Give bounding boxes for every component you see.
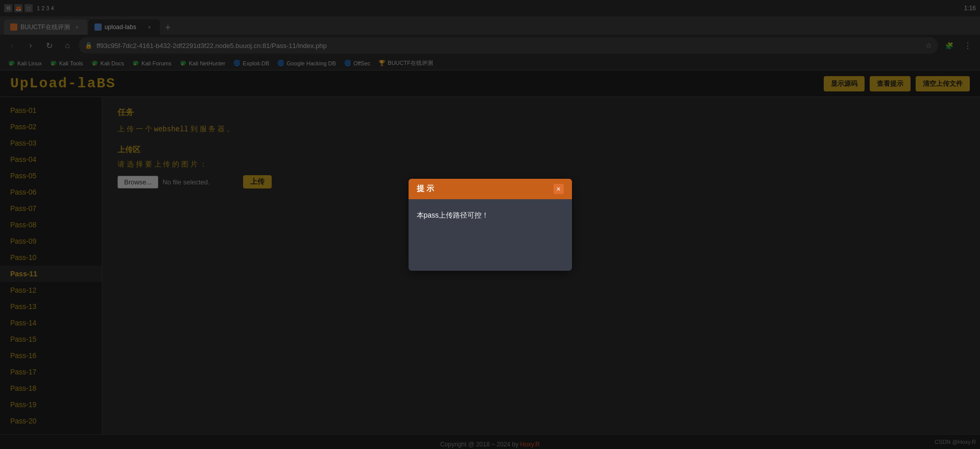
- modal-body-text: 本pass上传路径可控！: [417, 209, 564, 221]
- modal-title: 提 示: [417, 184, 434, 194]
- modal-overlay[interactable]: 提 示 × 本pass上传路径可控！: [0, 0, 980, 449]
- modal-close-button[interactable]: ×: [554, 184, 564, 194]
- modal-body: 本pass上传路径可控！: [409, 199, 572, 231]
- modal-header: 提 示 ×: [409, 179, 572, 199]
- hint-modal: 提 示 × 本pass上传路径可控！: [409, 179, 572, 271]
